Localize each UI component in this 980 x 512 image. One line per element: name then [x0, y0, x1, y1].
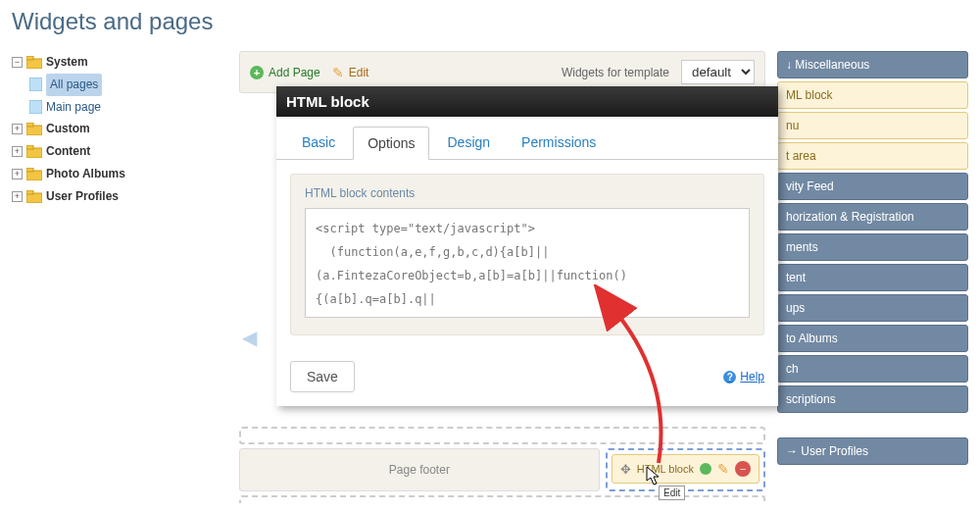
nav-tree: − System All pages Main page +: [12, 51, 227, 208]
palette-item[interactable]: horization & Registration: [777, 203, 968, 230]
edit-label: Edit: [349, 66, 369, 79]
tree-label: Custom: [46, 118, 90, 140]
folder-icon: [26, 123, 42, 135]
dialog-title: HTML block: [276, 86, 778, 117]
tab-design[interactable]: Design: [433, 127, 504, 159]
tree-node-system[interactable]: − System: [12, 51, 227, 74]
svg-rect-2: [29, 77, 42, 91]
folder-icon: [26, 145, 42, 158]
palette-item[interactable]: to Albums: [777, 325, 968, 352]
tree-toggle-icon[interactable]: +: [12, 169, 23, 179]
tree-node-custom[interactable]: + Custom: [12, 118, 227, 140]
palette-item[interactable]: ML block: [777, 81, 968, 109]
svg-rect-3: [29, 100, 42, 114]
pencil-icon[interactable]: ✎: [717, 461, 729, 477]
palette-item[interactable]: t area: [777, 142, 968, 170]
tree-toggle-icon[interactable]: −: [12, 57, 23, 68]
add-page-label: Add Page: [269, 66, 320, 79]
svg-rect-11: [26, 190, 33, 194]
chip-label: HTML block: [637, 463, 694, 475]
tooltip: Edit: [659, 486, 685, 500]
palette-item[interactable]: ↓ Miscellaneous: [777, 51, 968, 78]
folder-icon: [26, 190, 42, 203]
tree-label: All pages: [46, 74, 102, 96]
dialog-html-block: HTML block Basic Options Design Permissi…: [276, 86, 778, 406]
delete-icon[interactable]: −: [735, 461, 751, 477]
tree-node-all-pages[interactable]: All pages: [29, 74, 227, 96]
page-footer-region[interactable]: Page footer: [239, 448, 600, 491]
drop-zone[interactable]: [239, 495, 765, 503]
palette-item[interactable]: ups: [777, 294, 968, 322]
svg-rect-5: [26, 123, 33, 127]
file-icon: [29, 77, 42, 91]
widget-chip-html-block[interactable]: ✥ HTML block ✎ −: [606, 448, 765, 491]
field-label: HTML block contents: [305, 186, 750, 200]
edit-button[interactable]: ✎ Edit: [332, 65, 369, 80]
folder-icon: [26, 168, 42, 180]
tree-label: Photo Albums: [46, 163, 125, 185]
svg-rect-7: [26, 145, 33, 149]
add-page-button[interactable]: + Add Page: [250, 66, 320, 79]
help-icon: ?: [723, 371, 736, 384]
move-icon[interactable]: ✥: [620, 462, 631, 477]
tree-node-user-profiles[interactable]: + User Profiles: [12, 185, 227, 208]
collapse-caret-icon[interactable]: ◀: [242, 326, 257, 349]
template-label: Widgets for template: [562, 66, 669, 79]
status-dot-icon[interactable]: [700, 463, 711, 475]
help-label: Help: [740, 370, 764, 384]
tree-toggle-icon[interactable]: +: [12, 191, 23, 202]
template-select[interactable]: default: [681, 60, 755, 84]
tree-label: System: [46, 51, 88, 74]
tree-toggle-icon[interactable]: +: [12, 146, 23, 157]
tree-toggle-icon[interactable]: +: [12, 124, 23, 134]
tree-node-main-page[interactable]: Main page: [29, 96, 227, 119]
tree-label: Main page: [46, 96, 101, 119]
plus-icon: +: [250, 66, 264, 79]
pencil-icon: ✎: [332, 65, 344, 80]
svg-rect-9: [26, 168, 33, 172]
tree-node-photo-albums[interactable]: + Photo Albums: [12, 163, 227, 185]
palette-item[interactable]: ch: [777, 355, 968, 383]
folder-icon: [26, 56, 42, 69]
tab-permissions[interactable]: Permissions: [508, 127, 610, 159]
tab-options[interactable]: Options: [353, 127, 429, 160]
palette-item[interactable]: → User Profiles: [777, 437, 968, 465]
svg-rect-1: [26, 56, 33, 60]
palette-item[interactable]: nu: [777, 112, 968, 139]
tree-label: Content: [46, 140, 90, 163]
palette-item[interactable]: ments: [777, 233, 968, 261]
widget-palette: ↓ Miscellaneous ML block nu t area vity …: [777, 51, 968, 468]
tab-basic[interactable]: Basic: [288, 127, 349, 159]
palette-item[interactable]: vity Feed: [777, 173, 968, 200]
dialog-tabs: Basic Options Design Permissions: [276, 117, 778, 160]
save-button[interactable]: Save: [290, 361, 355, 392]
widget-canvas: Page footer ✥ HTML block ✎ −: [239, 427, 765, 503]
html-contents-textarea[interactable]: <script type="text/javascript"> (functio…: [305, 208, 750, 318]
file-icon: [29, 100, 42, 114]
palette-item[interactable]: scriptions: [777, 385, 968, 413]
drop-zone[interactable]: [239, 427, 765, 444]
page-title: Widgets and pages: [0, 0, 980, 51]
palette-item[interactable]: tent: [777, 264, 968, 291]
tree-node-content[interactable]: + Content: [12, 140, 227, 163]
tree-label: User Profiles: [46, 185, 119, 208]
help-link[interactable]: ? Help: [723, 370, 764, 384]
